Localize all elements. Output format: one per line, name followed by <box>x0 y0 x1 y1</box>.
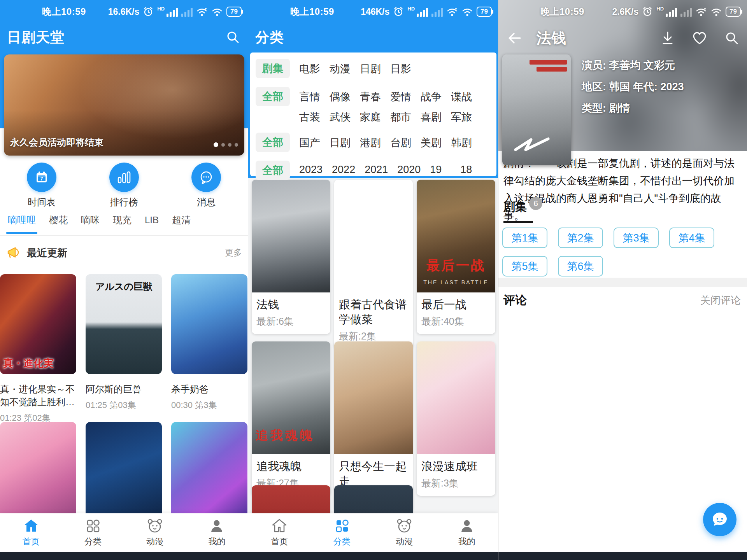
filter-chip-selected[interactable]: 全部 <box>256 133 290 152</box>
chat-fab-button[interactable] <box>703 503 736 536</box>
media-card[interactable]: 追我魂魄 追我魂魄 最新:27集 <box>252 341 330 496</box>
promo-banner[interactable]: 永久会员活动即将结束 <box>4 54 244 156</box>
filter-option[interactable]: 动漫 <box>330 62 351 76</box>
quick-action-rankings[interactable]: 排行榜 <box>99 163 149 208</box>
episode-button[interactable]: 第5集 <box>502 256 547 276</box>
tab-lib[interactable]: LIB <box>145 215 159 228</box>
episode-button[interactable]: 第2集 <box>558 228 603 248</box>
filter-chip-selected[interactable]: 剧集 <box>256 59 290 78</box>
filter-option[interactable]: 古装 <box>299 110 320 124</box>
calendar-icon: 7 <box>27 163 56 192</box>
filter-option[interactable]: 19 <box>430 164 451 176</box>
search-icon[interactable] <box>724 31 739 46</box>
filter-option[interactable]: 台剧 <box>390 136 411 150</box>
media-card[interactable]: 法钱 最新:6集 <box>252 180 330 334</box>
tab-dimi[interactable]: 嘀咪 <box>81 214 100 229</box>
download-icon[interactable] <box>661 31 675 46</box>
filter-option[interactable]: 日剧 <box>360 62 381 76</box>
filter-option[interactable]: 青春 <box>360 90 381 104</box>
nav-category[interactable]: 分类 <box>62 513 124 552</box>
tab-xianchong[interactable]: 现充 <box>113 214 132 229</box>
more-link[interactable]: 更多 <box>225 247 242 259</box>
nav-mine[interactable]: 我的 <box>436 513 498 552</box>
pager-dot <box>228 143 231 147</box>
hd-indicator: HD <box>157 6 165 11</box>
media-title: 杀手奶爸 <box>171 383 247 396</box>
episode-button[interactable]: 第3集 <box>614 228 659 248</box>
media-card[interactable]: 跟着古代食谱学做菜 最新:2集 <box>334 180 413 349</box>
heart-icon[interactable] <box>692 31 707 45</box>
pager-dot <box>214 142 218 147</box>
close-comments-link[interactable]: 关闭评论 <box>700 294 741 307</box>
filter-option[interactable]: 偶像 <box>330 90 351 104</box>
status-bar: 晚上10:59 16.6K/s HD 79 <box>0 0 248 23</box>
filter-option[interactable]: 日剧 <box>330 136 351 150</box>
media-card[interactable] <box>86 422 162 522</box>
filter-option[interactable]: 18 <box>460 164 481 176</box>
media-card[interactable]: 杀手奶爸 00:30 第3集 <box>171 274 247 424</box>
media-card[interactable] <box>171 422 247 522</box>
filter-option[interactable]: 家庭 <box>360 110 381 124</box>
nav-label: 分类 <box>333 536 351 548</box>
screen-detail: 晚上10:59 2.6K/s HD 79 法钱 <box>498 0 747 560</box>
filter-chip-selected[interactable]: 全部 <box>256 161 290 180</box>
tab-dililli[interactable]: 嘀哩哩 <box>8 214 36 229</box>
filter-option[interactable]: 电影 <box>299 62 320 76</box>
filter-option[interactable]: 国产 <box>299 136 320 150</box>
alarm-clock-icon <box>393 6 404 17</box>
filter-option[interactable]: 都市 <box>390 110 411 124</box>
search-icon[interactable] <box>225 30 241 45</box>
filter-option[interactable]: 军旅 <box>451 110 472 124</box>
filter-option[interactable]: 喜剧 <box>421 110 442 124</box>
media-card[interactable] <box>0 422 76 522</box>
episode-button[interactable]: 第1集 <box>502 228 547 248</box>
nav-home[interactable]: 首页 <box>248 513 311 552</box>
back-arrow-icon[interactable] <box>506 31 522 45</box>
category-app-bar: 分类 <box>248 23 498 51</box>
filter-option[interactable]: 美剧 <box>421 136 442 150</box>
filter-option[interactable]: 2020 <box>397 164 421 176</box>
filter-chip-selected[interactable]: 全部 <box>256 87 290 106</box>
episodes-header: 剧集 6 <box>503 199 542 215</box>
nav-category[interactable]: 分类 <box>311 513 374 552</box>
media-title: 跟着古代食谱学做菜 <box>339 297 408 327</box>
signal-bars-icon <box>666 7 677 17</box>
poster-image <box>334 180 413 292</box>
filter-option[interactable]: 战争 <box>421 90 442 104</box>
media-meta: 最新:40集 <box>421 315 491 328</box>
wifi-plus-icon <box>446 7 458 17</box>
filter-option[interactable]: 港剧 <box>360 136 381 150</box>
episode-button[interactable]: 第6集 <box>558 256 603 276</box>
filter-option[interactable]: 韩剧 <box>451 136 472 150</box>
network-speed: 2.6K/s <box>612 7 639 17</box>
pager-dot <box>221 143 225 147</box>
filter-option[interactable]: 2022 <box>332 164 355 176</box>
home-icon <box>23 518 40 534</box>
nav-home[interactable]: 首页 <box>0 513 62 552</box>
filter-row-year: 全部 2023 2022 2021 2020 19 18 <box>256 161 491 180</box>
filter-option[interactable]: 言情 <box>299 90 320 104</box>
poster-image <box>171 274 247 374</box>
media-card[interactable]: 最后一战 THE LAST BATTLE 最后一战 最新:40集 <box>417 180 495 334</box>
signal-bars-secondary-icon <box>181 7 193 17</box>
filter-option[interactable]: 谍战 <box>451 90 472 104</box>
tab-yinghua[interactable]: 樱花 <box>49 214 68 229</box>
detail-poster-image[interactable] <box>502 54 571 165</box>
episode-button[interactable]: 第4集 <box>669 228 714 248</box>
quick-action-schedule[interactable]: 7 时间表 <box>16 163 67 208</box>
filter-option[interactable]: 日影 <box>390 62 411 76</box>
hd-indicator: HD <box>656 6 664 11</box>
media-card[interactable]: 浪漫速成班 最新:3集 <box>417 341 495 496</box>
filter-option[interactable]: 爱情 <box>390 90 411 104</box>
media-card[interactable]: アルスの巨獣 阿尔斯的巨兽 01:25 第03集 <box>86 274 162 424</box>
nav-anime[interactable]: 动漫 <box>373 513 436 552</box>
bottom-nav: 首页 分类 动漫 我的 <box>248 513 498 552</box>
nav-mine[interactable]: 我的 <box>186 513 248 552</box>
media-card[interactable]: 真・進化実 真・进化果实～不知不觉踏上胜利的人生～ 01:23 第02集 <box>0 274 76 424</box>
nav-anime[interactable]: 动漫 <box>124 513 186 552</box>
filter-option[interactable]: 武侠 <box>330 110 351 124</box>
quick-action-messages[interactable]: 消息 <box>181 163 231 208</box>
filter-option[interactable]: 2023 <box>299 164 323 176</box>
filter-option[interactable]: 2021 <box>365 164 388 176</box>
tab-chaoqing[interactable]: 超清 <box>172 214 191 229</box>
